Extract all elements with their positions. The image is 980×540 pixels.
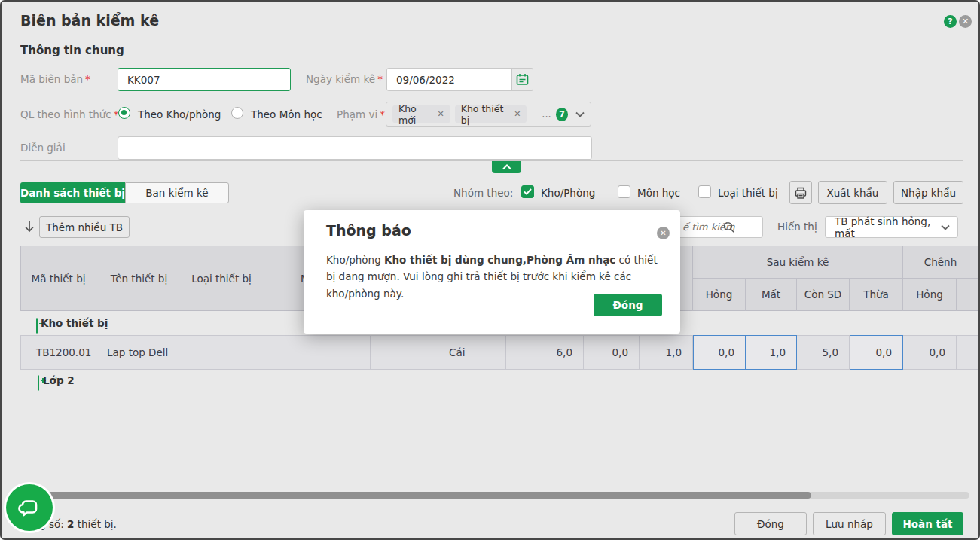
cell-device-code: TB1200.01 (20, 335, 96, 370)
col-header-clipped (957, 279, 978, 311)
modal-title: Thông báo (326, 222, 411, 239)
print-button[interactable] (789, 181, 812, 204)
cell-before-lost: 1,0 (640, 335, 693, 370)
checkbox-device-type-label: Loại thiết bị (718, 187, 778, 199)
search-icon[interactable] (723, 221, 735, 233)
collapse-section-button[interactable] (492, 161, 521, 173)
cell-diff-broken: 0,0 (903, 335, 957, 370)
col-header-diff-broken: Hỏng (903, 279, 957, 311)
checkbox-warehouse[interactable] (521, 185, 534, 198)
group-by-label: Nhóm theo: (453, 187, 513, 199)
radio-by-warehouse[interactable] (118, 107, 130, 119)
group-row-warehouse: Kho thiết bị (41, 317, 108, 329)
scope-count-badge[interactable]: 7 (556, 108, 568, 121)
horizontal-scrollbar-thumb[interactable] (24, 492, 811, 499)
cell-before-broken: 0,0 (584, 335, 640, 370)
complete-button[interactable]: Hoàn tất (892, 512, 963, 535)
col-group-after-check: Sau kiểm kê (693, 246, 903, 279)
add-many-devices-button[interactable]: Thêm nhiều TB (39, 216, 130, 238)
save-draft-button[interactable]: Lưu nháp (813, 512, 886, 535)
chevron-down-icon[interactable] (575, 111, 585, 117)
description-input[interactable] (118, 136, 592, 160)
cell-device-name: Lap top Dell (96, 335, 182, 370)
display-dropdown[interactable]: TB phát sinh hỏng, mất (825, 216, 958, 238)
cell-after-surplus-editable[interactable]: 0,0 (850, 335, 903, 370)
help-icon[interactable]: ? (944, 15, 957, 28)
col-header-usable: Còn SD (797, 279, 850, 311)
modal-close-icon[interactable]: ✕ (657, 227, 670, 239)
scope-label: Phạm vi* (337, 108, 385, 121)
record-code-label: Mã biên bản* (20, 73, 90, 85)
col-header-device-name: Tên thiết bị (96, 246, 182, 311)
radio-by-subject-label: Theo Môn học (251, 108, 322, 121)
cell-empty (261, 335, 371, 370)
tab-device-list[interactable]: Danh sách thiết bị (20, 182, 125, 203)
cell-before-total: 6,0 (506, 335, 584, 370)
checkbox-device-type[interactable] (698, 185, 711, 198)
checkbox-subject[interactable] (618, 185, 630, 198)
tab-inventory-board[interactable]: Ban kiểm kê (125, 182, 229, 203)
checkbox-subject-label: Môn học (637, 187, 680, 199)
col-header-device-code: Mã thiết bị (20, 246, 96, 311)
collapse-group-icon[interactable] (36, 318, 38, 334)
check-date-label: Ngày kiểm kê* (306, 73, 383, 85)
display-dropdown-value: TB phát sinh hỏng, mất (835, 215, 941, 239)
section-title: Thông tin chung (20, 44, 124, 57)
chip-remove-icon[interactable]: ✕ (514, 109, 521, 119)
close-window-icon[interactable]: ✕ (959, 15, 972, 28)
printer-icon (794, 186, 808, 200)
col-header-broken: Hỏng (693, 279, 746, 311)
cell-empty (371, 335, 438, 370)
col-header-surplus: Thừa (850, 279, 903, 311)
chat-widget-button[interactable] (6, 484, 53, 531)
cell-after-usable: 5,0 (797, 335, 850, 370)
calendar-button[interactable] (511, 68, 533, 91)
checkbox-warehouse-label: Kho/Phòng (541, 187, 595, 199)
management-type-label: QL theo hình thức* (20, 108, 118, 121)
scope-multiselect[interactable]: Kho mới✕ Kho thiết bị✕ ... 7 (386, 102, 591, 127)
radio-by-warehouse-label: Theo Kho/phòng (138, 108, 221, 121)
arrow-down-icon[interactable] (23, 219, 36, 234)
scope-more-ellipsis: ... (542, 108, 551, 120)
footer-divider (2, 505, 980, 505)
display-label: Hiển thị (777, 221, 817, 233)
chat-bubble-icon (18, 496, 41, 519)
group-row-class2: Lớp 2 (43, 374, 75, 386)
expand-group-icon[interactable] (38, 375, 39, 391)
import-button[interactable]: Nhập khẩu (893, 181, 963, 204)
page-title: Biên bản kiểm kê (20, 12, 159, 29)
cell-after-broken-editable[interactable]: 0,0 (693, 335, 746, 370)
export-button[interactable]: Xuất khẩu (818, 181, 887, 204)
description-label: Diễn giải (20, 142, 66, 154)
col-header-device-type: Loại thiết bị (182, 246, 261, 311)
footer-close-button[interactable]: Đóng (734, 512, 807, 535)
record-code-input[interactable] (118, 68, 291, 91)
scope-chip: Kho thiết bị✕ (455, 105, 527, 123)
modal-close-button[interactable]: Đóng (594, 294, 662, 316)
chevron-up-icon (502, 164, 512, 170)
scope-chip: Kho mới✕ (392, 105, 450, 123)
col-header-lost: Mất (746, 279, 797, 311)
cell-clipped (957, 335, 978, 370)
check-icon (524, 188, 532, 195)
check-date-input[interactable] (386, 68, 512, 91)
calendar-icon (516, 73, 529, 86)
chip-remove-icon[interactable]: ✕ (438, 109, 444, 119)
inventory-record-dialog: Biên bản kiểm kê ? ✕ Thông tin chung Mã … (0, 0, 980, 540)
cell-unit: Cái (438, 335, 506, 370)
radio-by-subject[interactable] (231, 107, 243, 119)
cell-after-lost-editable[interactable]: 1,0 (746, 335, 797, 370)
cell-device-type (182, 335, 261, 370)
notification-modal: Thông báo ✕ Kho/phòng Kho thiết bị dùng … (304, 210, 680, 334)
chevron-down-icon (941, 224, 950, 230)
col-group-difference: Chênh (903, 246, 978, 279)
